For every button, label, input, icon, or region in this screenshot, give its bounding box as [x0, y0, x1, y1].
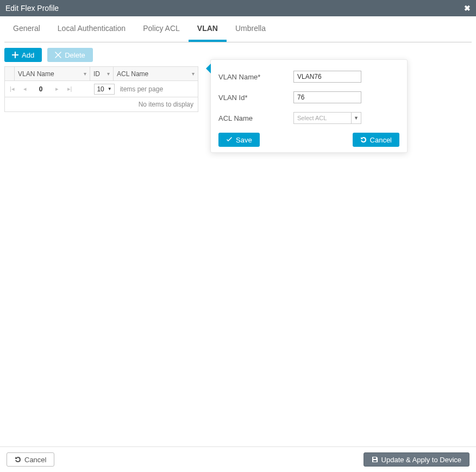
popover-cancel-label: Cancel: [370, 136, 392, 144]
col-vlan-name[interactable]: VLAN Name ▾: [15, 67, 90, 80]
vlan-table: VLAN Name ▾ ID ▾ ACL Name ▾ |◂ ◂ 0 ▸ ▸| …: [4, 66, 198, 112]
items-per-page-label: items per page: [120, 85, 163, 93]
save-button[interactable]: Save: [218, 133, 260, 147]
chevron-down-icon[interactable]: ▾: [107, 71, 110, 77]
checkbox-column[interactable]: [5, 67, 15, 80]
dialog-header: Edit Flex Profile ✖: [0, 0, 476, 16]
popover-actions: Save Cancel: [218, 133, 399, 147]
caret-down-icon: ▼: [351, 113, 361, 123]
popover-arrow-icon: [206, 64, 211, 73]
form-row-vlan-name: VLAN Name*: [218, 71, 399, 83]
tab-umbrella[interactable]: Umbrella: [227, 16, 274, 42]
chevron-down-icon[interactable]: ▾: [84, 71, 86, 77]
prev-page-icon[interactable]: ◂: [22, 85, 28, 92]
popover-cancel-button[interactable]: Cancel: [353, 133, 399, 147]
form-row-vlan-id: VLAN Id*: [218, 91, 399, 103]
tab-policy-acl[interactable]: Policy ACL: [134, 16, 189, 42]
acl-select-placeholder: Select ACL: [294, 115, 351, 121]
delete-button-label: Delete: [65, 51, 85, 59]
dialog-title: Edit Flex Profile: [5, 4, 59, 13]
first-page-icon[interactable]: |◂: [8, 85, 16, 92]
apply-button-label: Update & Apply to Device: [381, 456, 461, 464]
next-page-icon[interactable]: ▸: [54, 85, 60, 92]
col-vlan-name-label: VLAN Name: [18, 70, 54, 78]
close-icon[interactable]: ✖: [464, 4, 471, 13]
vlan-name-input[interactable]: [293, 71, 361, 83]
vlan-popover: VLAN Name* VLAN Id* ACL Name Select ACL …: [210, 59, 408, 153]
apply-button[interactable]: Update & Apply to Device: [364, 452, 469, 467]
save-button-label: Save: [236, 136, 252, 144]
col-acl-name[interactable]: ACL Name ▾: [114, 67, 198, 80]
cancel-button-label: Cancel: [24, 456, 46, 464]
current-page: 0: [34, 85, 48, 93]
acl-name-label: ACL Name: [218, 114, 293, 122]
acl-select[interactable]: Select ACL ▼: [293, 112, 361, 124]
caret-down-icon: ▼: [108, 86, 112, 91]
undo-icon: [15, 456, 21, 463]
tab-bar: General Local Authentication Policy ACL …: [4, 16, 472, 42]
undo-icon: [360, 136, 367, 143]
check-icon: [226, 136, 233, 143]
no-items-message: No items to display: [5, 97, 198, 111]
plus-icon: [12, 52, 18, 58]
vlan-id-label: VLAN Id*: [218, 94, 293, 102]
x-icon: [55, 52, 61, 58]
col-id-label: ID: [93, 70, 100, 78]
save-icon: [372, 456, 378, 463]
cancel-button[interactable]: Cancel: [7, 452, 54, 467]
last-page-icon[interactable]: ▸|: [66, 85, 74, 92]
form-row-acl-name: ACL Name Select ACL ▼: [218, 112, 399, 124]
vlan-name-label: VLAN Name*: [218, 73, 293, 81]
tab-vlan[interactable]: VLAN: [189, 16, 227, 42]
vlan-id-input[interactable]: [293, 91, 361, 103]
tab-local-auth[interactable]: Local Authentication: [49, 16, 134, 42]
col-id[interactable]: ID ▾: [90, 67, 114, 80]
chevron-down-icon[interactable]: ▾: [192, 71, 195, 77]
page-size-value: 10: [97, 85, 104, 93]
col-acl-name-label: ACL Name: [117, 70, 148, 78]
delete-button: Delete: [47, 48, 93, 62]
add-button-label: Add: [22, 51, 34, 59]
tab-general[interactable]: General: [4, 16, 49, 42]
table-header: VLAN Name ▾ ID ▾ ACL Name ▾: [5, 67, 198, 81]
dialog-footer: Cancel Update & Apply to Device: [0, 446, 476, 472]
table-pager: |◂ ◂ 0 ▸ ▸| 10 ▼ items per page: [5, 81, 198, 97]
add-button[interactable]: Add: [4, 48, 42, 62]
page-size-select[interactable]: 10 ▼: [94, 84, 114, 95]
